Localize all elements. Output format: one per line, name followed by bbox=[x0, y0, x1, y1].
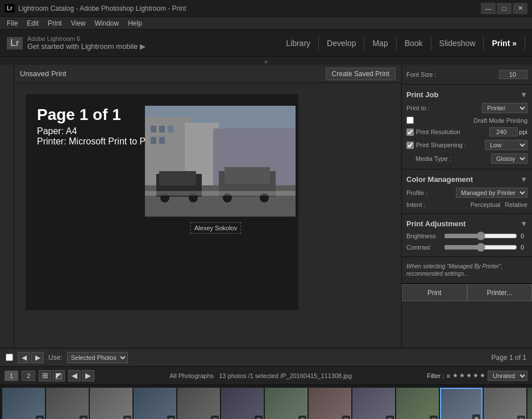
brightness-row: Brightness 0 bbox=[406, 230, 527, 242]
prev-page-button[interactable]: ◀ bbox=[18, 352, 30, 363]
print-job-section: Print Job ▼ Print to : Printer JPEG File… bbox=[402, 85, 532, 169]
rating-filter-dropdown[interactable]: Unrated bbox=[488, 371, 527, 381]
lr-subtitle-arrow[interactable]: ▶ bbox=[140, 42, 146, 51]
svg-rect-5 bbox=[159, 126, 165, 132]
thumbnail-6[interactable]: ▣ bbox=[221, 388, 264, 420]
star-4[interactable]: ★ bbox=[473, 372, 479, 379]
filmstrip-next-button[interactable]: ▶ bbox=[82, 370, 94, 381]
star-5[interactable]: ★ bbox=[480, 372, 485, 379]
star-3[interactable]: ★ bbox=[466, 372, 472, 379]
photos-info: All Photographs 13 photos /1 selected /P… bbox=[98, 372, 423, 379]
lr-app-icon: Lr bbox=[5, 4, 15, 13]
printer-button[interactable]: Printer... bbox=[467, 284, 533, 301]
print-to-dropdown[interactable]: Printer JPEG File bbox=[482, 103, 527, 113]
filmstrip-tab-2[interactable]: 2 bbox=[22, 371, 35, 381]
menu-help[interactable]: Help bbox=[123, 19, 147, 27]
star-2[interactable]: ★ bbox=[459, 372, 465, 379]
page-number: Page 1 of 1 bbox=[37, 106, 158, 124]
print-sharp-dropdown[interactable]: Low Standard High bbox=[485, 140, 527, 150]
thumb-badge-7: ▣ bbox=[298, 416, 306, 420]
menubar: File Edit Print View Window Help bbox=[0, 17, 532, 30]
media-type-dropdown[interactable]: Glossy Matte bbox=[491, 154, 527, 164]
profile-label: Profile : bbox=[406, 189, 427, 196]
thumbnail-5[interactable]: ▣ bbox=[177, 388, 220, 420]
top-panel-arrow[interactable]: ▲ bbox=[0, 57, 532, 65]
lr-badge: Lr bbox=[7, 37, 23, 49]
thumbnail-10[interactable]: ▣ bbox=[396, 388, 439, 420]
print-adj-section: Print Adjustment ▼ Brightness 0 Contrast… bbox=[402, 214, 532, 257]
filmstrip-prev-button[interactable]: ◀ bbox=[68, 370, 81, 381]
page-canvas: Page 1 of 1 Paper: A4 Printer: Microsoft… bbox=[26, 94, 298, 310]
font-size-spinner[interactable] bbox=[499, 70, 527, 79]
print-res-spinner[interactable] bbox=[489, 127, 518, 136]
thumbnail-3[interactable]: ▣ bbox=[90, 388, 132, 420]
svg-rect-4 bbox=[151, 126, 156, 132]
lr-subtitle: Get started with Lightroom mobile ▶ bbox=[27, 42, 146, 51]
filter-eq-icon[interactable]: ≡ bbox=[447, 372, 450, 379]
thumbnail-8[interactable]: ▣ bbox=[309, 388, 351, 420]
next-page-button[interactable]: ▶ bbox=[31, 352, 44, 363]
close-button[interactable]: ✕ bbox=[513, 3, 527, 14]
nav-develop[interactable]: Develop bbox=[319, 36, 364, 50]
intent-relative[interactable]: Relative bbox=[505, 201, 527, 208]
print-buttons: Print Printer... bbox=[402, 284, 532, 301]
star-1[interactable]: ★ bbox=[452, 372, 458, 379]
menu-window[interactable]: Window bbox=[90, 19, 124, 27]
nav-map[interactable]: Map bbox=[364, 36, 396, 50]
nav-book[interactable]: Book bbox=[397, 36, 431, 50]
title-left: Lr Lightroom Catalog - Adobe Photoshop L… bbox=[5, 4, 186, 13]
thumbnail-13[interactable]: ▣ bbox=[527, 388, 532, 420]
menu-file[interactable]: File bbox=[2, 19, 22, 27]
thumb-badge-3: ▣ bbox=[123, 416, 131, 420]
print-button[interactable]: Print bbox=[402, 284, 467, 301]
print-adj-arrow-icon: ▼ bbox=[520, 219, 527, 228]
thumbnail-2[interactable]: ▣ bbox=[46, 388, 89, 420]
color-mgmt-section: Color Management ▼ Profile : Managed by … bbox=[402, 169, 532, 214]
filter-row: Filter : ≡ ★ ★ ★ ★ ★ Unrated bbox=[427, 371, 527, 381]
create-saved-print-button[interactable]: Create Saved Print bbox=[326, 68, 396, 80]
status-bar-left: ◀ ▶ Use: Selected Photos bbox=[6, 352, 128, 363]
menu-print[interactable]: Print bbox=[43, 19, 66, 27]
use-photos-dropdown[interactable]: Selected Photos bbox=[67, 352, 128, 363]
nav-print[interactable]: Print bbox=[484, 36, 525, 50]
thumbnail-7[interactable]: ▣ bbox=[265, 388, 307, 420]
color-mgmt-header[interactable]: Color Management ▼ bbox=[406, 173, 527, 186]
thumbnail-12[interactable]: ▣ bbox=[484, 388, 526, 420]
intent-perceptual[interactable]: Perceptual bbox=[471, 201, 501, 208]
grid-view-button[interactable]: ⊞ bbox=[39, 370, 51, 381]
menu-view[interactable]: View bbox=[66, 19, 90, 27]
maximize-button[interactable]: □ bbox=[497, 3, 512, 14]
filmstrip-tab-1[interactable]: 1 bbox=[5, 371, 18, 381]
thumbnail-1[interactable]: ▣ bbox=[2, 388, 45, 420]
draft-mode-checkbox[interactable] bbox=[406, 117, 414, 124]
intent-label: Intent : bbox=[406, 201, 426, 208]
loupe-view-button[interactable]: ◩ bbox=[52, 370, 65, 381]
profile-dropdown[interactable]: Managed by Printer sRGB bbox=[456, 188, 527, 198]
unsaved-print-label: Unsaved Print bbox=[20, 69, 66, 78]
print-job-header[interactable]: Print Job ▼ bbox=[406, 88, 527, 101]
brightness-slider[interactable] bbox=[444, 231, 517, 240]
menu-edit[interactable]: Edit bbox=[22, 19, 43, 27]
minimize-button[interactable]: — bbox=[481, 3, 496, 14]
lr-app-name: Adobe Lightroom 6 bbox=[27, 35, 146, 42]
thumb-badge-9: ▣ bbox=[386, 416, 394, 420]
thumb-badge-6: ▣ bbox=[255, 416, 263, 420]
thumbnail-4[interactable]: ▣ bbox=[134, 388, 176, 420]
contrast-label: Contrast bbox=[406, 244, 440, 251]
status-checkbox[interactable] bbox=[6, 354, 13, 361]
print-adj-header[interactable]: Print Adjustment ▼ bbox=[406, 217, 527, 230]
thumbnail-11[interactable]: ▣ bbox=[440, 388, 483, 420]
contrast-row: Contrast 0 bbox=[406, 242, 527, 253]
print-res-checkbox[interactable] bbox=[406, 128, 414, 136]
thumbnail-9[interactable]: ▣ bbox=[352, 388, 395, 420]
module-nav: Library Develop Map Book Slideshow Print bbox=[278, 36, 525, 50]
nav-slideshow[interactable]: Slideshow bbox=[431, 36, 484, 50]
print-sharp-checkbox[interactable] bbox=[406, 142, 414, 149]
svg-rect-11 bbox=[159, 171, 196, 185]
photos-count: 13 photos bbox=[219, 372, 246, 379]
photo-container bbox=[145, 106, 296, 217]
contrast-slider[interactable] bbox=[444, 243, 517, 252]
status-nav-arrows: ◀ ▶ bbox=[18, 352, 44, 363]
draft-mode-row: Draft Mode Printing bbox=[406, 115, 527, 126]
nav-library[interactable]: Library bbox=[278, 36, 319, 50]
